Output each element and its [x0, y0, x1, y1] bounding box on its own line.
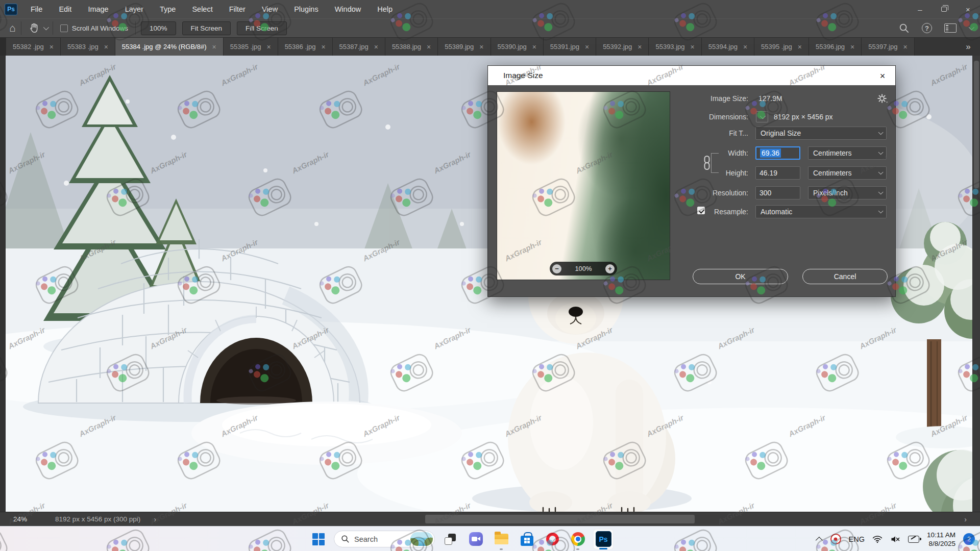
document-tab[interactable]: 55390.jpg ×	[491, 38, 544, 56]
maximize-button[interactable]	[932, 0, 956, 18]
tab-close-icon[interactable]: ×	[374, 43, 378, 51]
resolution-unit-dropdown[interactable]: Pixels/Inch	[808, 186, 887, 199]
tab-close-icon[interactable]: ×	[532, 43, 536, 51]
chrome-button[interactable]	[568, 529, 588, 549]
tab-close-icon[interactable]: ×	[266, 43, 271, 51]
tab-close-icon[interactable]: ×	[321, 43, 325, 51]
file-explorer-button[interactable]	[491, 529, 511, 549]
tab-close-icon[interactable]: ×	[691, 43, 695, 51]
close-button[interactable]: ×	[956, 0, 980, 18]
status-chevron-right-icon[interactable]: ›	[964, 515, 967, 523]
zoom-level-field[interactable]: 24%	[13, 515, 44, 523]
tab-close-icon[interactable]: ×	[638, 43, 642, 51]
tab-close-icon[interactable]: ×	[479, 43, 483, 51]
opera-button[interactable]	[542, 529, 562, 549]
tab-close-icon[interactable]: ×	[903, 43, 907, 51]
tab-close-icon[interactable]: ×	[743, 43, 747, 51]
tab-close-icon[interactable]: ×	[850, 43, 854, 51]
tab-close-icon[interactable]: ×	[104, 43, 108, 51]
home-icon[interactable]: ⌂	[9, 22, 16, 34]
taskbar-search[interactable]: Search	[334, 531, 435, 547]
menu-item[interactable]: Layer	[117, 0, 152, 18]
document-tab[interactable]: 55391.jpg ×	[544, 38, 596, 56]
document-tab[interactable]: 55385 .jpg ×	[224, 38, 278, 56]
workspace-panel-icon[interactable]	[944, 23, 957, 33]
preview-zoom-out-button[interactable]: −	[552, 264, 561, 273]
teams-chat-button[interactable]	[465, 529, 486, 549]
document-tab[interactable]: 55388.jpg ×	[385, 38, 438, 56]
image-preview[interactable]: − 100% +	[497, 91, 670, 280]
tab-close-icon[interactable]: ×	[798, 43, 802, 51]
document-tab[interactable]: 55386 .jpg ×	[278, 38, 333, 56]
pen-battery-icon[interactable]	[908, 536, 919, 543]
width-unit-dropdown[interactable]: Centimeters	[808, 146, 887, 160]
horizontal-scrollbar-thumb[interactable]	[425, 515, 695, 523]
menu-item[interactable]: Plugins	[286, 0, 327, 18]
volume-muted-icon[interactable]	[890, 535, 900, 543]
menu-item[interactable]: Select	[184, 0, 220, 18]
document-tab[interactable]: 55387.jpg ×	[333, 38, 385, 56]
taskbar-clock[interactable]: 10:11 AM 8/8/2025	[927, 531, 955, 548]
zoom-100-button[interactable]: 100%	[141, 21, 176, 35]
document-tab[interactable]: 55384 .jpg @ 24% (RGB/8#) ×	[115, 38, 224, 56]
tab-overflow-button[interactable]: »	[957, 38, 980, 56]
fill-screen-button[interactable]: Fill Screen	[237, 21, 287, 35]
document-tab[interactable]: 55397.jpg ×	[862, 38, 914, 56]
minimize-button[interactable]: –	[908, 0, 932, 18]
microsoft-store-button[interactable]	[517, 529, 537, 549]
document-tab[interactable]: 55393.jpg ×	[649, 38, 701, 56]
menu-item[interactable]: View	[254, 0, 286, 18]
fit-to-dropdown[interactable]: Original Size	[755, 127, 887, 140]
dimensions-dropdown[interactable]	[756, 111, 768, 122]
tab-close-icon[interactable]: ×	[427, 43, 431, 51]
search-weather-thumbnail[interactable]	[410, 532, 433, 546]
start-button[interactable]	[308, 529, 329, 549]
ok-button[interactable]: OK	[693, 269, 788, 284]
resolution-input[interactable]: 300	[755, 186, 800, 199]
menu-item[interactable]: Window	[327, 0, 370, 18]
menu-item[interactable]: Help	[369, 0, 401, 18]
link-icon[interactable]	[703, 155, 711, 170]
search-icon[interactable]	[899, 23, 910, 34]
height-unit-dropdown[interactable]: Centimeters	[808, 166, 887, 180]
tab-close-icon[interactable]: ×	[585, 43, 589, 51]
document-tab[interactable]: 55395 .jpg ×	[754, 38, 809, 56]
preview-zoom-in-button[interactable]: +	[605, 264, 615, 273]
scroll-all-windows-checkbox[interactable]	[60, 24, 68, 32]
tab-close-icon[interactable]: ×	[50, 43, 54, 51]
language-indicator[interactable]: ENG	[849, 535, 865, 543]
document-tab[interactable]: 55389.jpg ×	[438, 38, 491, 56]
tab-close-icon[interactable]: ×	[212, 43, 216, 51]
menu-item[interactable]: Image	[80, 0, 116, 18]
wifi-icon[interactable]	[872, 535, 883, 543]
width-input[interactable]: 69.36	[755, 146, 800, 160]
notification-badge[interactable]: 2	[963, 533, 975, 545]
cancel-button[interactable]: Cancel	[802, 269, 888, 284]
document-tab[interactable]: 55394.jpg ×	[702, 38, 754, 56]
vertical-scrollbar-thumb[interactable]	[974, 61, 979, 188]
chevron-down-icon[interactable]	[969, 24, 974, 30]
menu-item[interactable]: Filter	[221, 0, 254, 18]
fit-screen-button[interactable]: Fit Screen	[182, 21, 231, 35]
photoshop-taskbar-button[interactable]: Ps	[593, 529, 614, 549]
hand-tool-preset[interactable]	[29, 22, 47, 34]
chevron-down-icon[interactable]	[43, 24, 48, 30]
dialog-title-bar[interactable]: Image Size ×	[488, 66, 895, 85]
height-input[interactable]: 46.19	[755, 166, 800, 180]
document-tab[interactable]: 55382 .jpg ×	[6, 38, 61, 56]
document-tab[interactable]: 55396.jpg ×	[809, 38, 862, 56]
document-tab[interactable]: 55392.jpg ×	[596, 38, 649, 56]
menu-item[interactable]: Edit	[51, 0, 80, 18]
document-tab[interactable]: 55383 .jpg ×	[61, 38, 115, 56]
status-chevron-icon[interactable]: ›	[154, 515, 156, 523]
tray-chevron-up-icon[interactable]	[815, 537, 822, 544]
gear-icon[interactable]	[877, 93, 888, 104]
task-view-button[interactable]	[440, 529, 460, 549]
menu-item[interactable]: File	[22, 0, 51, 18]
resample-dropdown[interactable]: Automatic	[755, 205, 887, 218]
help-icon[interactable]: ?	[922, 23, 932, 33]
vertical-scrollbar[interactable]	[972, 56, 980, 512]
menu-item[interactable]: Type	[152, 0, 184, 18]
screen-recorder-tray-icon[interactable]	[830, 534, 841, 544]
dialog-close-icon[interactable]: ×	[876, 69, 889, 83]
